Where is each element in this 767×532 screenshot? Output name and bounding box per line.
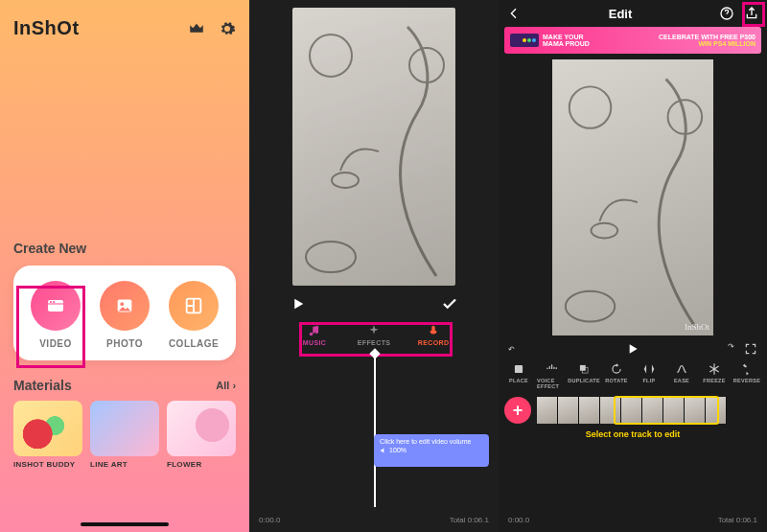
svg-point-14 [592,223,618,239]
track-hint: Select one track to edit [499,429,767,439]
tab-music-label: MUSIC [303,339,327,346]
material-label: FLOWER [167,460,236,469]
svg-point-9 [306,242,356,272]
materials-title: Materials [13,378,72,393]
back-icon[interactable] [506,6,522,21]
ad-logo-icon [510,34,539,47]
tab-effects-label: EFFECTS [358,339,391,346]
svg-point-15 [566,291,615,322]
svg-point-4 [120,302,124,306]
edit-screen: Edit MAKE YOURMAMA PROUD CELEBRATE WITH … [499,0,767,532]
collage-button[interactable]: COLLAGE [160,281,227,349]
ad-text-1: MAKE YOUR [543,34,584,40]
redo-icon[interactable]: ↷ [728,342,734,356]
crown-icon[interactable] [188,20,205,37]
time-current: 0:00.0 [508,516,529,524]
material-inshot-buddy[interactable]: INSHOT BUDDY [13,401,82,469]
svg-point-2 [53,301,55,303]
undo-icon[interactable]: ↶ [508,345,592,354]
volume-clip[interactable]: Click here to edit video volume 100% [374,434,489,467]
gear-icon[interactable] [219,20,236,37]
time-total: Total 0:06.1 [718,516,757,524]
svg-point-12 [569,86,611,127]
play-icon[interactable] [625,341,640,357]
materials-all-link[interactable]: All › [216,380,236,391]
tab-effects[interactable]: EFFECTS [353,324,395,346]
volume-value: 100% [389,446,407,454]
tool-ease[interactable]: EASE [667,362,696,389]
tool-freeze[interactable]: FREEZE [700,362,729,389]
video-label: VIDEO [39,338,72,349]
material-label: INSHOT BUDDY [13,460,82,469]
material-flower[interactable]: FLOWER [167,401,236,469]
time-current: 0:00.0 [259,516,280,524]
video-preview[interactable] [292,8,455,286]
svg-rect-16 [515,365,523,373]
clip-thumbnails[interactable] [537,397,727,424]
share-icon[interactable] [744,6,759,21]
play-icon[interactable] [290,295,307,312]
video-button[interactable]: VIDEO [22,281,89,349]
material-line-art[interactable]: LINE ART [90,401,159,469]
tab-music[interactable]: MUSIC [293,324,336,346]
photo-button[interactable]: PHOTO [91,281,158,349]
volume-hint: Click here to edit video volume [380,437,483,446]
material-label: LINE ART [90,460,159,469]
tool-rotate[interactable]: ROTATE [602,362,631,389]
ad-text-2: MAMA PROUD [543,40,590,47]
ad-banner[interactable]: MAKE YOURMAMA PROUD CELEBRATE WITH FREE … [504,27,761,54]
track-area[interactable]: + [499,397,767,424]
confirm-icon[interactable] [441,295,458,312]
edit-toolbar: PLACEVOICE EFFECTDUPLICATEROTATEFLIPEASE… [499,357,767,389]
tab-record-label: RECORD [418,339,450,346]
home-screen: InShOt Create New VIDEO PHOTO COLLAG [0,0,249,532]
tool-place[interactable]: PLACE [504,362,533,389]
watermark[interactable]: InShOt [685,322,709,332]
music-tabs: MUSIC EFFECTS RECORD [249,324,499,346]
svg-rect-17 [580,365,586,371]
svg-point-8 [332,173,359,188]
svg-point-6 [310,35,352,77]
add-button[interactable]: + [504,397,531,424]
svg-point-1 [50,301,52,303]
video-preview[interactable]: InShOt [552,59,713,335]
tool-flip[interactable]: FLIP [635,362,663,389]
tool-reverse[interactable]: REVERSE [732,362,761,389]
tool-voice-effect[interactable]: VOICE EFFECT [537,362,566,389]
fullscreen-icon[interactable] [744,342,757,356]
create-card: VIDEO PHOTO COLLAGE [13,266,236,360]
page-title: Edit [609,7,633,21]
create-new-title: Create New [13,241,236,256]
ad-text-3: CELEBRATE WITH FREE P300 [659,34,755,40]
collage-label: COLLAGE [169,338,219,349]
timeline[interactable]: Click here to edit video volume 100% [249,365,499,532]
home-indicator [81,522,169,526]
ad-text-4: WIN PS4 MILLION [699,40,756,47]
music-screen: MUSIC EFFECTS RECORD Click here to edit … [249,0,499,532]
tool-duplicate[interactable]: DUPLICATE [569,362,598,389]
photo-label: PHOTO [106,338,143,349]
help-icon[interactable] [719,6,734,21]
playhead[interactable] [374,354,376,507]
time-total: Total 0:06.1 [450,516,489,524]
tab-record[interactable]: RECORD [412,324,454,346]
app-logo: InShOt [13,17,80,39]
